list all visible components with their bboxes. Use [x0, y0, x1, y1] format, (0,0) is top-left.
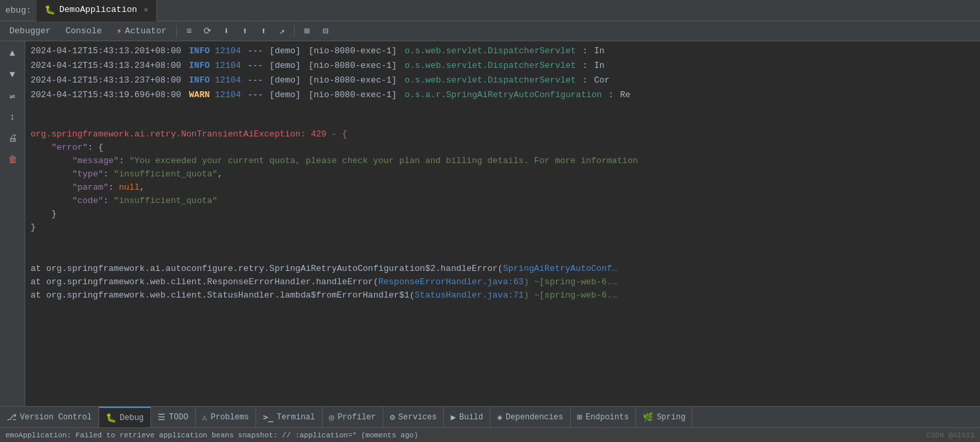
- stack-extra-3: ) ~[spring-web-6.…: [524, 290, 617, 300]
- tab-bar: ebug: 🐛 DemoApplication ✕: [0, 0, 980, 21]
- tab-actuator[interactable]: ⚡ Actuator: [110, 22, 173, 41]
- log-app-3: [demo]: [269, 74, 301, 87]
- bottom-tab-terminal[interactable]: >_ Terminal: [256, 407, 322, 428]
- tab-close-button[interactable]: ✕: [144, 5, 148, 14]
- toolbar: Debugger Console ⚡ Actuator ≡ ⟳ ⬇ ⬆ ⬆ ↗ …: [0, 21, 980, 41]
- log-level-2: INFO: [184, 59, 215, 73]
- log-pid-1: 12104: [215, 45, 241, 58]
- toolbar-btn-menu[interactable]: ≡: [180, 23, 198, 40]
- log-colon-4: :: [603, 89, 619, 102]
- left-sidebar: ▲ ▼ ⇌ ↕ 🖨 🗑: [0, 41, 25, 406]
- exception-json-message: "message": "You exceeded your current qu…: [31, 156, 638, 166]
- stack-link-1[interactable]: SpringAiRetryAutoConf…: [503, 264, 617, 274]
- log-timestamp-2: 2024-04-12T15:43:13.234+08:00: [31, 59, 181, 73]
- log-sep-1: ---: [242, 45, 268, 58]
- bug-icon: 🐛: [45, 5, 55, 15]
- bottom-tab-profiler[interactable]: ◎ Profiler: [323, 407, 383, 428]
- exception-key-code: "code": [72, 196, 103, 206]
- tab-demo-application[interactable]: 🐛 DemoApplication ✕: [37, 0, 157, 21]
- exception-json-code: "code": "insufficient_quota": [31, 196, 218, 206]
- toolbar-btn-stop[interactable]: ⬆: [255, 23, 272, 40]
- endpoints-label: Endpoints: [585, 413, 629, 422]
- empty-line-2: [25, 252, 980, 260]
- bottom-tab-todo[interactable]: ☰ TODO: [151, 407, 196, 428]
- exception-val-param: null: [119, 182, 140, 192]
- stack-link-2[interactable]: ResponseErrorHandler.java:63: [379, 277, 524, 287]
- main-area: ▲ ▼ ⇌ ↕ 🖨 🗑 2024-04-12T15:43:13.201+08:0…: [0, 41, 980, 406]
- toolbar-btn-step[interactable]: ↗: [273, 23, 291, 40]
- stack-link-3[interactable]: StatusHandler.java:71: [414, 290, 524, 300]
- exception-json: "error": {: [31, 142, 103, 152]
- debugger-label: Debugger: [9, 26, 51, 36]
- log-app-4: [demo]: [269, 89, 301, 102]
- bottom-tab-endpoints[interactable]: ⊞ Endpoints: [571, 407, 637, 428]
- log-class-3[interactable]: o.s.web.servlet.DispatcherServlet: [405, 74, 575, 87]
- log-colon-3: :: [577, 74, 593, 87]
- exception-block: org.springframework.ai.retry.NonTransien…: [25, 110, 980, 252]
- sidebar-btn-delete[interactable]: 🗑: [3, 150, 22, 169]
- sidebar-btn-wrap[interactable]: ⇌: [3, 87, 22, 105]
- exception-json-param: "param": null,: [31, 182, 145, 192]
- exception-val-message: "You exceeded your current quota, please…: [129, 156, 638, 166]
- log-class-4[interactable]: o.s.a.r.SpringAiRetryAutoConfiguration: [405, 89, 601, 102]
- toolbar-btn-filter[interactable]: ⊟: [317, 23, 334, 40]
- stack-at-3: at org.springframework.web.client.Status…: [31, 290, 414, 300]
- debug-prefix-label: ebug:: [0, 5, 37, 15]
- bottom-tab-spring[interactable]: 🌿 Spring: [636, 407, 693, 428]
- log-thread-3: [nio-8080-exec-1]: [309, 74, 397, 87]
- spring-label: Spring: [657, 413, 685, 422]
- exception-val-code: "insufficient_quota": [114, 196, 218, 206]
- log-sep-4: ---: [242, 89, 268, 102]
- tab-console[interactable]: Console: [59, 22, 108, 41]
- profiler-label: Profiler: [337, 413, 376, 422]
- log-line-3: 2024-04-12T15:43:13.237+08:00 INFO 12104…: [25, 73, 980, 88]
- log-sp3: [302, 59, 307, 73]
- log-msg-1: In: [594, 45, 605, 58]
- tab-debugger[interactable]: Debugger: [3, 22, 57, 41]
- stack-extra-2: ) ~[spring-web-6.…: [524, 277, 617, 287]
- exception-class: org.springframework.ai.retry.NonTransien…: [31, 129, 347, 139]
- log-class-2[interactable]: o.s.web.servlet.DispatcherServlet: [405, 59, 575, 73]
- problems-icon: ⚠: [202, 412, 208, 423]
- bottom-tab-problems[interactable]: ⚠ Problems: [196, 407, 256, 428]
- tab-label: DemoApplication: [59, 5, 137, 15]
- toolbar-btn-up[interactable]: ⬆: [236, 23, 253, 40]
- log-sp8: [398, 89, 403, 102]
- profiler-icon: ◎: [329, 412, 335, 423]
- log-timestamp-1: 2024-04-12T15:43:13.201+08:00: [31, 45, 181, 58]
- log-class-1[interactable]: o.s.web.servlet.DispatcherServlet: [405, 45, 575, 58]
- log-msg-3: Cor: [594, 74, 609, 87]
- log-sep-3: ---: [242, 74, 268, 87]
- console-output[interactable]: 2024-04-12T15:43:13.201+08:00 INFO 12104…: [25, 41, 980, 406]
- terminal-label: Terminal: [277, 413, 315, 422]
- sidebar-scroll-down[interactable]: ▼: [3, 65, 22, 84]
- status-bar: emoApplication: Failed to retrieve appli…: [0, 427, 980, 442]
- bottom-tab-dependencies[interactable]: ◈ Dependencies: [490, 407, 570, 428]
- todo-label: TODO: [169, 413, 188, 422]
- log-colon-1: :: [577, 45, 593, 58]
- debug-icon: 🐛: [106, 413, 116, 423]
- exception-json-close2: }: [31, 222, 36, 232]
- log-sp1: [302, 45, 307, 58]
- exception-key-error: "error": [51, 142, 88, 152]
- log-level-4: WARN: [184, 89, 215, 102]
- bottom-tab-services[interactable]: ⚙ Services: [383, 407, 444, 428]
- bottom-tab-version-control[interactable]: ⎇ Version Control: [0, 407, 99, 428]
- todo-icon: ☰: [158, 412, 166, 423]
- log-pid-3: 12104: [215, 74, 241, 87]
- sidebar-scroll-up[interactable]: ▲: [3, 44, 22, 63]
- exception-json-type: "type": "insufficient_quota",: [31, 169, 223, 179]
- endpoints-icon: ⊞: [577, 412, 583, 423]
- toolbar-btn-table[interactable]: ⊞: [298, 23, 315, 40]
- debug-label: Debug: [120, 413, 144, 423]
- sidebar-btn-print[interactable]: 🖨: [3, 129, 22, 148]
- empty-line-1: [25, 103, 980, 110]
- toolbar-btn-rerun[interactable]: ⟳: [199, 23, 216, 40]
- sidebar-btn-3[interactable]: ↕: [3, 108, 22, 126]
- toolbar-btn-down[interactable]: ⬇: [218, 23, 235, 40]
- bottom-tab-debug[interactable]: 🐛 Debug: [99, 407, 151, 428]
- log-sep-2: ---: [242, 59, 268, 73]
- log-thread-4: [nio-8080-exec-1]: [309, 89, 397, 102]
- stack-trace-2: at org.springframework.web.client.Respon…: [31, 276, 980, 289]
- bottom-tab-build[interactable]: ▶ Build: [444, 407, 490, 428]
